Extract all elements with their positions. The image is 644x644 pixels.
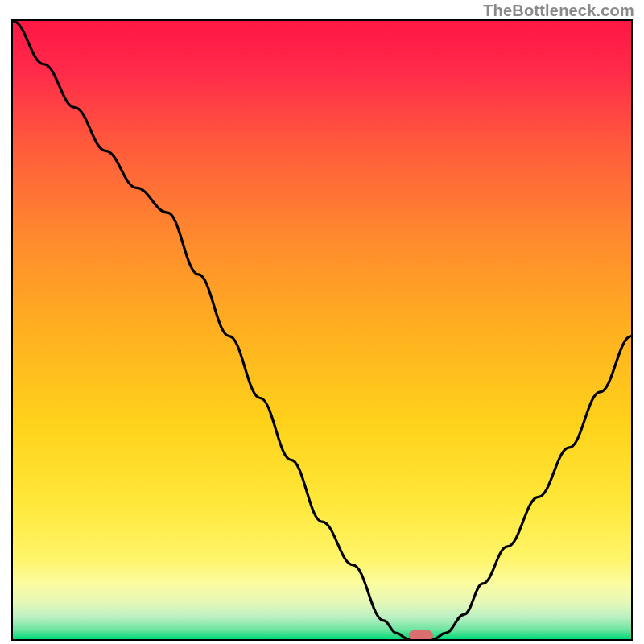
optimal-point-marker (409, 630, 433, 639)
bottleneck-chart (13, 21, 631, 639)
chart-background (13, 21, 631, 639)
watermark-text: TheBottleneck.com (483, 2, 634, 20)
